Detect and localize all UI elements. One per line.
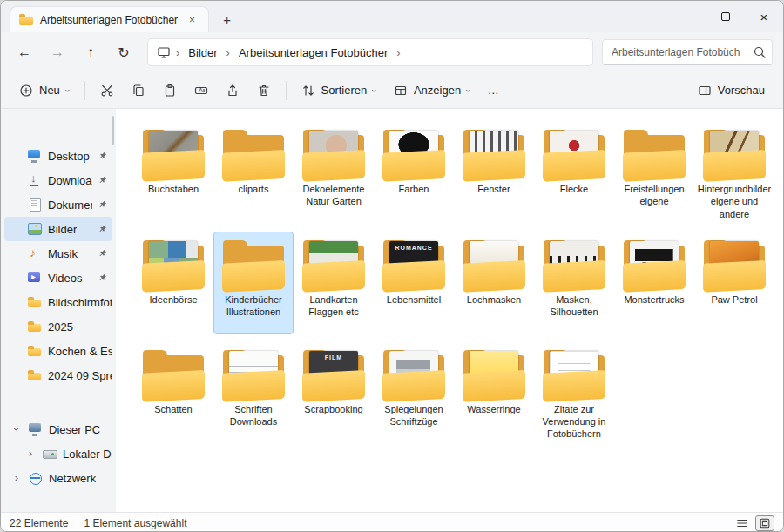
details-view-button[interactable] xyxy=(733,515,752,531)
folder-item[interactable]: Landkarten Flaggen etc xyxy=(294,232,374,334)
folder-icon xyxy=(221,347,286,400)
folder-item[interactable]: Wasserringe xyxy=(454,341,534,445)
maximize-button[interactable] xyxy=(706,1,745,32)
folder-icon xyxy=(141,127,206,179)
sidebar-item[interactable]: 2024 09 Spree-F xyxy=(4,363,112,387)
cut-button[interactable] xyxy=(92,77,122,104)
tree-chevron-icon[interactable]: › xyxy=(25,448,36,460)
folder-item[interactable]: Farben xyxy=(374,121,454,225)
folder-item[interactable]: cliparts xyxy=(213,121,294,225)
folder-item[interactable]: Lochmasken xyxy=(454,232,534,334)
sidebar-item[interactable]: Bilder xyxy=(4,217,112,241)
breadcrumb-separator: › xyxy=(174,46,181,59)
tree-chevron-icon[interactable]: › xyxy=(10,424,23,434)
preview-pane-icon xyxy=(698,84,712,98)
sidebar-item[interactable]: Dokumente xyxy=(4,192,112,217)
folder-item[interactable]: Hintergrundbilder eigene und andere xyxy=(694,121,774,225)
paste-icon xyxy=(163,84,177,98)
sidebar-item[interactable]: Desktop xyxy=(4,144,112,168)
folder-front xyxy=(142,150,205,182)
navigation-pane: Desktop Downloads Dokumente B xyxy=(1,109,116,512)
folder-item[interactable]: Paw Petrol xyxy=(694,232,774,334)
folder-item[interactable]: Fenster xyxy=(454,121,534,225)
view-button[interactable]: Anzeigen › xyxy=(386,77,478,104)
folder-front xyxy=(543,260,605,293)
copy-icon xyxy=(132,84,145,98)
navigation-bar: ← → ↑ ↻ › Bilder › Arbeitsunterlagen Fot… xyxy=(1,32,783,72)
folder-item[interactable]: Monstertrucks xyxy=(614,232,694,334)
breadcrumb-item-current[interactable]: Arbeitsunterlagen Fotobücher xyxy=(235,44,391,61)
this-pc-icon[interactable] xyxy=(157,45,171,59)
breadcrumb-item-bilder[interactable]: Bilder xyxy=(185,44,220,61)
share-button[interactable] xyxy=(218,77,247,104)
sidebar-item[interactable]: 2025 xyxy=(4,314,112,339)
folder-label: Dekoelemente Natur Garten xyxy=(296,183,371,208)
folder-item[interactable]: Ideenbörse xyxy=(133,232,213,334)
folder-icon xyxy=(301,127,366,179)
back-button[interactable]: ← xyxy=(10,38,39,66)
folder-front xyxy=(222,150,285,182)
folder-icon xyxy=(462,347,526,400)
search-input[interactable] xyxy=(602,39,773,65)
sidebar-item-icon xyxy=(28,471,43,485)
folder-item[interactable]: ROMANCE Lebensmittel xyxy=(374,232,454,334)
sidebar-scrollbar[interactable] xyxy=(112,116,114,145)
sidebar-item[interactable]: › Netzwerk xyxy=(4,466,112,490)
sidebar-item-icon xyxy=(27,344,42,358)
up-button[interactable]: ↑ xyxy=(76,38,105,66)
thumbnail-view-button[interactable] xyxy=(755,515,774,531)
minimize-button[interactable] xyxy=(668,1,706,32)
folder-item[interactable]: Schatten xyxy=(133,341,213,445)
file-list-area: Buchstaben cliparts xyxy=(116,109,783,512)
folder-item[interactable]: FILM Scrapbooking xyxy=(294,341,374,445)
folder-icon xyxy=(221,127,286,179)
new-button[interactable]: Neu › xyxy=(11,77,78,104)
delete-button[interactable] xyxy=(249,77,279,104)
sidebar-item[interactable]: › Dieser PC xyxy=(4,417,112,441)
sidebar-item-icon xyxy=(27,320,42,333)
search-icon[interactable] xyxy=(753,45,767,59)
sidebar-item[interactable]: Downloads xyxy=(4,168,112,192)
breadcrumb-chevron[interactable]: › xyxy=(395,46,402,59)
sidebar-item[interactable]: › Lokaler Datent xyxy=(4,441,112,466)
refresh-button[interactable]: ↻ xyxy=(109,38,139,66)
sidebar-item[interactable]: Bildschirmfotos xyxy=(4,290,112,314)
sidebar-item[interactable]: Musik xyxy=(4,241,112,266)
folder-label: Masken, Silhouetten xyxy=(537,293,612,319)
paste-button[interactable] xyxy=(155,77,185,104)
folder-item[interactable]: Dekoelemente Natur Garten xyxy=(294,121,374,225)
sort-button[interactable]: Sortieren › xyxy=(294,77,384,104)
folder-item[interactable]: Buchstaben xyxy=(133,121,213,225)
sidebar-item-icon xyxy=(28,422,43,436)
svg-text:A: A xyxy=(199,87,203,93)
close-button[interactable]: × xyxy=(745,1,783,32)
folder-item[interactable]: Masken, Silhouetten xyxy=(534,232,614,334)
folder-item[interactable]: Spiegelungen Schriftzüge xyxy=(374,341,454,445)
folder-front xyxy=(623,150,686,182)
tab-close-icon[interactable]: × xyxy=(185,13,199,27)
forward-button[interactable]: → xyxy=(43,38,72,66)
copy-button[interactable] xyxy=(124,77,153,104)
sidebar-item[interactable]: Videos xyxy=(4,266,112,290)
folder-icon xyxy=(462,127,526,179)
folder-front xyxy=(463,150,525,182)
plus-circle-icon xyxy=(19,84,33,98)
folder-item[interactable]: Zitate zur Verwendung in Fotobüchern xyxy=(534,341,614,445)
explorer-tab[interactable]: Arbeitsunterlagen Fotobücher × xyxy=(10,6,209,32)
item-count: 22 Elemente xyxy=(10,517,68,529)
folder-item[interactable]: Freistellungen eigene xyxy=(614,121,694,225)
explorer-body: Desktop Downloads Dokumente B xyxy=(1,109,783,512)
more-button[interactable]: … xyxy=(480,77,507,104)
folder-item[interactable]: Flecke xyxy=(534,121,614,225)
folder-item[interactable]: Schriften Downloads xyxy=(213,341,294,445)
folder-front xyxy=(302,370,365,402)
preview-button[interactable]: Vorschau xyxy=(690,77,773,104)
folder-item[interactable]: Kinderbücher Illustrationen xyxy=(213,232,294,334)
new-tab-button[interactable]: + xyxy=(218,12,236,27)
titlebar-drag-area[interactable] xyxy=(236,1,668,32)
folder-front xyxy=(703,260,766,293)
sidebar-item[interactable]: Kochen & Essen xyxy=(4,339,112,363)
tree-chevron-icon[interactable]: › xyxy=(11,472,22,484)
rename-button[interactable]: A xyxy=(186,77,216,104)
folder-label: cliparts xyxy=(239,183,269,195)
